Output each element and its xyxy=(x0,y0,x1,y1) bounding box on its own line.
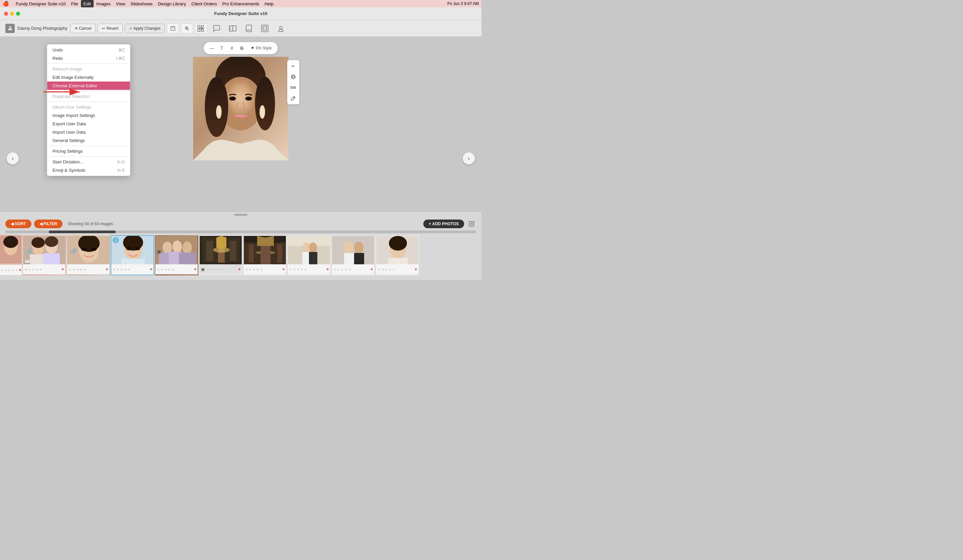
star-2[interactable]: ★ xyxy=(28,268,31,271)
nav-icon-stamp[interactable] xyxy=(276,23,286,34)
star-4[interactable]: ★ xyxy=(344,268,347,271)
export-icon-btn[interactable] xyxy=(167,23,179,33)
text-button[interactable]: T xyxy=(217,44,226,53)
list-item[interactable]: 🔗 ★ ★ ★ ★ ★ ♥ xyxy=(66,235,110,275)
sort-button[interactable]: ◀ SORT xyxy=(5,220,31,228)
menu-file[interactable]: File xyxy=(68,0,81,7)
star-5[interactable]: ★ xyxy=(348,268,351,271)
star-1[interactable]: ★ xyxy=(378,268,381,271)
menu-general-settings[interactable]: General Settings xyxy=(47,136,130,145)
filter-button[interactable]: ◀ FILTER xyxy=(34,220,63,228)
star-4[interactable]: ★ xyxy=(36,268,39,271)
maximize-button[interactable] xyxy=(16,12,20,16)
menu-dictation[interactable]: Start Dictation... fn D xyxy=(47,158,130,166)
globe-tool[interactable] xyxy=(289,72,298,81)
scrollbar-thumb[interactable] xyxy=(49,231,116,233)
minus-button[interactable]: — xyxy=(207,44,216,53)
menu-slideshows[interactable]: Slideshows xyxy=(128,0,156,7)
star-5[interactable]: ★ xyxy=(39,268,42,271)
star-5[interactable]: ★ xyxy=(221,268,224,271)
star-3[interactable]: ★ xyxy=(297,268,300,271)
list-item[interactable]: 🔗 ★ ★ ★ ★ ★ ♥ 📖 xyxy=(23,235,66,275)
star-2[interactable]: ★ xyxy=(293,268,296,271)
star-1[interactable]: ★ xyxy=(113,268,116,271)
cancel-button[interactable]: ✕ Cancel xyxy=(70,24,96,33)
heart-icon[interactable]: ♥ xyxy=(194,267,196,272)
star-3[interactable]: ★ xyxy=(76,268,79,271)
list-item[interactable]: ★ ★ ★ ★ ★ ♥ xyxy=(243,235,287,275)
star-5[interactable]: ★ xyxy=(304,268,307,271)
nav-icon-book[interactable] xyxy=(243,23,254,34)
zoom-icon-btn[interactable] xyxy=(181,23,193,33)
close-button[interactable] xyxy=(4,12,8,16)
star-1[interactable]: ★ xyxy=(0,268,3,272)
apple-menu[interactable]: 🍎 xyxy=(3,1,9,6)
heart-icon[interactable]: ♥ xyxy=(62,267,64,272)
star-2[interactable]: ★ xyxy=(337,268,340,271)
star-4[interactable]: ★ xyxy=(79,268,83,271)
star-5[interactable]: ★ xyxy=(15,268,18,272)
list-item[interactable]: ★ ★ ★ ★ ★ ♥ xyxy=(287,235,331,275)
star-4[interactable]: ★ xyxy=(300,268,303,271)
menu-client-orders[interactable]: Client Orders xyxy=(189,0,220,7)
star-5[interactable]: ★ xyxy=(127,268,130,271)
nav-icon-album[interactable] xyxy=(227,23,238,34)
star-1[interactable]: ★ xyxy=(245,268,248,271)
star-2[interactable]: ★ xyxy=(116,268,119,271)
window-controls[interactable] xyxy=(4,12,20,16)
menu-undo[interactable]: Undo ⌘Z xyxy=(47,46,130,54)
prev-button[interactable]: ‹ xyxy=(7,152,19,164)
next-button[interactable]: › xyxy=(463,152,475,164)
bw-tool[interactable]: BW xyxy=(289,83,298,92)
heart-icon[interactable]: ♥ xyxy=(150,267,152,272)
star-2[interactable]: ★ xyxy=(249,268,252,271)
heart-icon[interactable]: ♥ xyxy=(282,267,285,272)
hash-button[interactable]: # xyxy=(227,44,237,53)
thumbnail-scrollbar[interactable] xyxy=(5,231,476,233)
star-1[interactable]: ★ xyxy=(207,268,210,271)
list-item[interactable]: 1 ★ ★ ★ ★ ★ ♥ xyxy=(111,235,154,275)
export-photos-button[interactable] xyxy=(467,219,476,228)
list-item[interactable]: ★ ★ ★ ★ ★ ♥ xyxy=(0,235,22,275)
star-2[interactable]: ★ xyxy=(210,268,213,271)
star-4[interactable]: ★ xyxy=(11,268,15,272)
menu-pricing-settings[interactable]: Pricing Settings xyxy=(47,147,130,155)
star-3[interactable]: ★ xyxy=(164,268,167,271)
star-1[interactable]: ★ xyxy=(24,268,28,271)
heart-icon[interactable]: ♥ xyxy=(238,267,240,272)
heart-icon[interactable]: ♥ xyxy=(19,268,21,272)
star-1[interactable]: ★ xyxy=(289,268,292,271)
star-3[interactable]: ★ xyxy=(341,268,344,271)
star-1[interactable]: ★ xyxy=(68,268,71,271)
star-2[interactable]: ★ xyxy=(160,268,164,271)
star-4[interactable]: ★ xyxy=(168,268,171,271)
menu-app-name[interactable]: Fundy Designer Suite v10 xyxy=(13,0,68,7)
heart-icon[interactable]: ♥ xyxy=(415,267,417,272)
star-4[interactable]: ★ xyxy=(256,268,259,271)
star-3[interactable]: ★ xyxy=(32,268,35,271)
menu-import-user[interactable]: Import User Data xyxy=(47,128,130,136)
star-5[interactable]: ★ xyxy=(392,268,395,271)
star-3[interactable]: ★ xyxy=(120,268,123,271)
menu-export-user[interactable]: Export User Data xyxy=(47,120,130,128)
revert-button[interactable]: ↩ Revert xyxy=(98,24,123,33)
menu-images[interactable]: Images xyxy=(94,0,113,7)
nav-icon-grid[interactable] xyxy=(195,23,206,34)
heart-icon[interactable]: ♥ xyxy=(326,267,329,272)
star-3[interactable]: ★ xyxy=(214,268,217,271)
star-2[interactable]: ★ xyxy=(72,268,75,271)
star-4[interactable]: ★ xyxy=(218,268,221,271)
menu-edit[interactable]: Edit xyxy=(81,0,94,7)
list-item[interactable]: ▣ ★ ★ ★ ★ ★ ♥ xyxy=(199,235,242,275)
heart-icon[interactable]: ♥ xyxy=(371,267,373,272)
nav-icon-chat[interactable] xyxy=(211,23,222,34)
apply-changes-button[interactable]: ✓ Apply Changes xyxy=(125,24,165,33)
list-item[interactable]: ★ ★ ★ ★ ★ ♥ xyxy=(376,235,419,275)
pin-style-button[interactable]: Pin Style xyxy=(247,46,274,50)
add-photos-button[interactable]: + ADD PHOTOS xyxy=(423,220,464,228)
menu-pro-enhancements[interactable]: Pro Enhancements xyxy=(220,0,262,7)
menu-view[interactable]: View xyxy=(113,0,128,7)
menu-image-import[interactable]: Image Import Settings xyxy=(47,111,130,120)
list-item[interactable]: ▣ ★ ★ ★ ★ ★ ♥ xyxy=(155,235,198,275)
tool-button[interactable] xyxy=(237,44,246,53)
